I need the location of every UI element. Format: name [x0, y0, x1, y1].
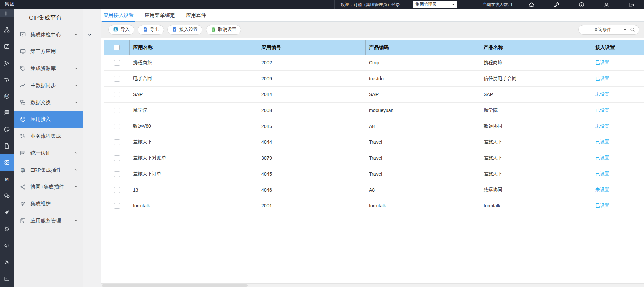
sidebar-item-label: 集成体检中心 — [30, 31, 61, 38]
sidebar-item-health[interactable]: 集成体检中心 — [14, 26, 83, 43]
cap-badge-icon: CAP — [4, 93, 10, 100]
rail-item-apps[interactable] — [0, 154, 14, 171]
cell-product-name: 差旅天下 — [480, 150, 592, 166]
chevron-down-icon — [74, 100, 78, 105]
rail-item-send[interactable] — [0, 55, 14, 71]
sidebar-item-auth[interactable]: 统一认证 — [14, 145, 83, 161]
cell-product-name: 致远协同 — [480, 118, 592, 134]
scrollbar-thumb[interactable] — [102, 284, 248, 287]
cell-app-name: 致远V80 — [130, 118, 258, 134]
chevron-down-icon — [452, 4, 455, 5]
tab-应用菜单绑定[interactable]: 应用菜单绑定 — [144, 9, 176, 21]
access-setting-link[interactable]: 已设置 — [595, 139, 609, 145]
row-checkbox[interactable] — [114, 139, 120, 145]
sidebar-item-label: 集成资源库 — [30, 65, 56, 72]
rail-item-document[interactable] — [0, 138, 14, 154]
wechat-icon — [4, 193, 10, 199]
rail-item-sitemap[interactable] — [0, 22, 14, 38]
horizontal-scrollbar[interactable] — [101, 283, 644, 287]
top-bar: 集团 欢迎，订购（集团管理员）登录 集团管理员 当前在线人数: 1 — [0, 0, 644, 9]
logout-button[interactable] — [619, 0, 644, 9]
sidebar-item-flow[interactable]: 业务流程集成 — [14, 128, 83, 145]
rail-item-loop[interactable] — [0, 71, 14, 88]
sidebar-item-cube[interactable]: 应用接入 — [14, 111, 83, 128]
rail-item-robot[interactable] — [0, 221, 14, 237]
plane-icon — [4, 209, 10, 216]
tools-button[interactable] — [544, 0, 569, 9]
row-checkbox[interactable] — [114, 171, 120, 177]
rail-item-plane[interactable] — [0, 204, 14, 221]
row-checkbox[interactable] — [114, 124, 120, 129]
access-setting-link[interactable]: 已设置 — [595, 60, 609, 66]
import-button[interactable]: 导入 — [108, 25, 134, 35]
monitor-icon — [20, 48, 26, 55]
row-checkbox[interactable] — [114, 76, 120, 82]
expand-chevron-icon[interactable] — [87, 32, 92, 39]
menu-toggle-button[interactable] — [0, 9, 14, 17]
access-setting-link[interactable]: 未设置 — [595, 91, 609, 97]
cancel-button[interactable]: 取消设置 — [206, 25, 241, 35]
access-setting-link[interactable]: 已设置 — [595, 107, 609, 113]
app-title: CIP集成平台 — [14, 9, 83, 26]
table-header: 应用名称 应用编号 产品编码 产品名称 接入设置 — [104, 40, 644, 55]
row-checkbox[interactable] — [114, 60, 120, 66]
rail-item-palette[interactable] — [0, 121, 14, 138]
rail-item-stack[interactable] — [0, 105, 14, 121]
sidebar-item-service[interactable]: 应用服务管理 — [14, 212, 83, 229]
info-button[interactable] — [569, 0, 594, 9]
info-icon — [578, 2, 585, 8]
table-row: 13 4046 A8 致远协同 未设置 — [104, 182, 644, 198]
column-header-number: 应用编号 — [258, 40, 366, 55]
rail-item-wechat[interactable] — [0, 187, 14, 204]
row-checkbox[interactable] — [114, 92, 120, 97]
rail-item-code[interactable] — [0, 237, 14, 254]
export-button[interactable]: 导出 — [138, 25, 164, 35]
sidebar-item-erp[interactable]: ERP ERP集成插件 — [14, 161, 83, 178]
tab-应用接入设置[interactable]: 应用接入设置 — [102, 9, 135, 21]
sidebar-item-tag[interactable]: 集成资源库 — [14, 60, 83, 77]
sidebar-item-maintain[interactable]: 集成维护 — [14, 195, 83, 212]
role-select[interactable]: 集团管理员 — [413, 1, 457, 8]
cell-product-code: Travel — [366, 166, 480, 182]
column-header-code: 产品编码 — [366, 40, 480, 55]
sidebar-item-label: 数据交换 — [30, 99, 51, 106]
user-button[interactable] — [594, 0, 619, 9]
collapsed-panel — [83, 9, 101, 287]
row-checkbox[interactable] — [114, 203, 120, 209]
search-icon[interactable] — [630, 27, 635, 32]
cell-app-number: 4045 — [258, 166, 366, 182]
access-setting-link[interactable]: 未设置 — [595, 187, 609, 193]
query-condition-select[interactable]: --查询条件-- — [578, 25, 639, 35]
home-button[interactable] — [519, 0, 544, 9]
query-condition-label: --查询条件-- — [582, 27, 623, 33]
row-checkbox[interactable] — [114, 187, 120, 193]
rail-item-transfer[interactable] — [0, 38, 14, 55]
cell-product-name: 差旅天下 — [480, 134, 592, 150]
access-setting-link[interactable]: 已设置 — [595, 203, 609, 209]
cell-product-code: trustdo — [366, 71, 480, 86]
tab-应用套件[interactable]: 应用套件 — [185, 9, 207, 21]
access-setting-link[interactable]: 已设置 — [595, 75, 609, 82]
cell-product-name: 魔学院 — [480, 103, 592, 118]
cell-app-number: 2008 — [258, 103, 366, 118]
setting-button[interactable]: 接入设置 — [167, 25, 202, 35]
m-letter-icon: M — [4, 176, 10, 182]
sidebar-item-swap[interactable]: 数据交换 — [14, 94, 83, 111]
rail-item-card[interactable] — [0, 270, 14, 287]
cell-product-code: Ctrip — [366, 55, 480, 70]
column-header-product: 产品名称 — [480, 40, 592, 55]
sidebar-item-monitor[interactable]: 第三方应用 — [14, 43, 83, 60]
access-setting-link[interactable]: 已设置 — [595, 171, 609, 177]
cell-product-name: 携程商旅 — [480, 55, 592, 70]
transfer-icon — [4, 43, 10, 50]
select-all-checkbox[interactable] — [114, 45, 120, 50]
row-checkbox[interactable] — [114, 155, 120, 161]
access-setting-link[interactable]: 已设置 — [595, 155, 609, 161]
row-checkbox[interactable] — [114, 108, 120, 113]
rail-item-m-letter[interactable]: M — [0, 171, 14, 187]
rail-item-cap-badge[interactable]: CAP — [0, 88, 14, 105]
rail-item-gear[interactable] — [0, 254, 14, 270]
sidebar-item-sync[interactable]: 主数据同步 — [14, 77, 83, 94]
access-setting-link[interactable]: 未设置 — [595, 123, 609, 129]
sidebar-item-share[interactable]: 协同+集成插件 — [14, 178, 83, 195]
